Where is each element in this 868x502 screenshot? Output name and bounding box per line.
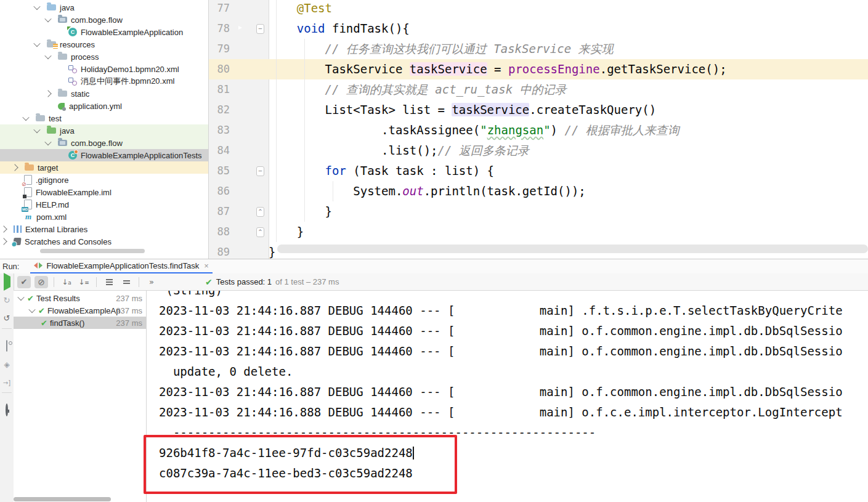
tree-item-label: FlowableExampleApplication — [81, 28, 183, 37]
chevron-down-icon[interactable] — [44, 139, 51, 145]
run-tab[interactable]: FlowableExampleApplicationTests.findTask… — [30, 259, 212, 274]
fold-marker-icon[interactable]: – — [256, 24, 264, 34]
import-test-results-button[interactable]: →] — [3, 376, 10, 387]
chevron-down-icon[interactable] — [22, 114, 29, 121]
test-result-findTask-[interactable]: ✔findTask()237 ms — [14, 317, 146, 329]
editor-line-84[interactable]: 84 .list();// 返回多条记录 — [209, 140, 868, 161]
close-tab-icon[interactable]: × — [204, 261, 209, 270]
tree-item-java[interactable]: java — [0, 124, 208, 137]
chevron-right-icon[interactable] — [0, 238, 7, 245]
tree-item-label: com.boge.flow — [71, 15, 123, 25]
tree-item-label: HolidayDemo1.bpmn20.xml — [81, 65, 179, 74]
editor-line-81[interactable]: 81 // 查询的其实就是 act_ru_task 中的记录 — [209, 79, 868, 100]
chevron-right-icon[interactable] — [0, 225, 7, 232]
tree-item-process[interactable]: process — [0, 51, 208, 63]
line-number: 89 — [209, 242, 230, 259]
tree-item-消息中间事件.bpmn20.xml[interactable]: 消息中间事件.bpmn20.xml — [0, 75, 208, 87]
sort-by-duration-button[interactable]: ↓≡ — [77, 276, 91, 288]
tree-item-static[interactable]: static — [0, 87, 208, 100]
code-editor[interactable]: 77 @Test78– void findTask(){79 // 任务查询这块… — [209, 0, 868, 259]
chevron-down-icon[interactable] — [28, 306, 35, 313]
tree-item-com.boge.flow[interactable]: com.boge.flow — [0, 137, 208, 149]
scratch-icon — [13, 238, 21, 245]
editor-line-80[interactable]: 80 TaskService taskService = processEngi… — [209, 59, 868, 79]
console-line: update, 0 delete. — [159, 362, 868, 382]
tree-item-HELP.md[interactable]: HELP.md — [0, 198, 208, 211]
folder-icon — [36, 115, 45, 121]
editor-line-78[interactable]: 78– void findTask(){ — [209, 18, 868, 39]
line-number: 83 — [209, 120, 230, 140]
task-id-highlight-box — [144, 435, 457, 494]
show-passed-button[interactable]: ✔ — [17, 276, 31, 288]
tree-item-FlowableExampleApplicationTests[interactable]: CFlowableExampleApplicationTests — [0, 149, 208, 161]
collapse-all-button[interactable] — [120, 276, 133, 288]
chevron-right-icon[interactable] — [44, 90, 51, 97]
chevron-down-icon[interactable] — [33, 40, 40, 47]
tree-item-FlowableExample.iml[interactable]: FlowableExample.iml — [0, 186, 208, 198]
folder-blue-icon — [47, 4, 56, 10]
editor-line-79[interactable]: 79 // 任务查询这块我们可以通过 TaskService 来实现 — [209, 39, 868, 59]
show-ignored-button[interactable]: ⊘ — [34, 276, 48, 288]
editor-line-82[interactable]: 82 List<Task> list = taskService.createT… — [209, 100, 868, 120]
run-panel-label: Run: — [2, 262, 19, 271]
tree-item-resources[interactable]: resources — [0, 38, 208, 51]
chevron-right-icon[interactable] — [11, 164, 18, 171]
test-passed-icon: ✔ — [41, 318, 47, 328]
pin-tab-button[interactable] — [6, 405, 8, 416]
tree-item-label: HELP.md — [36, 200, 69, 209]
package-icon — [58, 17, 67, 23]
bpmn-icon — [68, 77, 77, 86]
editor-line-85[interactable]: 85– for (Task task : list) { — [209, 161, 868, 181]
tree-item-label: 消息中间事件.bpmn20.xml — [81, 76, 174, 87]
editor-line-86[interactable]: 86 System.out.println(task.getId()); — [209, 181, 868, 201]
fold-marker-icon[interactable]: ^ — [256, 227, 264, 237]
tree-item-Scratches-and-Consoles[interactable]: Scratches and Consoles — [0, 235, 208, 248]
tree-item-java[interactable]: java — [0, 1, 208, 14]
expand-all-button[interactable] — [102, 276, 116, 288]
editor-line-87[interactable]: 87^ } — [209, 201, 868, 222]
tree-item-target[interactable]: target — [0, 161, 208, 174]
test-tree-hscrollbar[interactable] — [14, 497, 111, 501]
tree-item-External-Libraries[interactable]: External Libraries — [0, 223, 208, 235]
sort-alphabetically-button[interactable]: ↓a — [60, 276, 73, 288]
tree-item-pom.xml[interactable]: mpom.xml — [0, 211, 208, 223]
toolbar-separator — [54, 277, 54, 287]
test-passed-icon: ✔ — [38, 306, 45, 315]
tree-item-.gitignore[interactable]: .gitignore — [0, 174, 208, 186]
tree-item-application.yml[interactable]: application.yml — [0, 100, 208, 112]
tree-item-FlowableExampleApplication[interactable]: CFlowableExampleApplication — [0, 26, 208, 38]
editor-line-77[interactable]: 77 @Test — [209, 0, 868, 18]
chevron-down-icon[interactable] — [17, 294, 24, 301]
toggle-auto-test-button[interactable]: ↺ — [4, 312, 10, 323]
test-result-FlowableExampleAp[interactable]: ✔FlowableExampleAp237 ms — [14, 304, 146, 317]
editor-hscrollbar[interactable] — [277, 245, 868, 253]
tree-item-HolidayDemo1.bpmn20.xml[interactable]: HolidayDemo1.bpmn20.xml — [0, 63, 208, 75]
fold-marker-icon[interactable]: ^ — [256, 207, 264, 217]
tree-item-test[interactable]: test — [0, 112, 208, 124]
coverage-button[interactable]: ◈ — [4, 358, 9, 370]
rerun-button[interactable] — [4, 277, 10, 288]
code-text: } — [269, 201, 868, 222]
editor-line-88[interactable]: 88^ } — [209, 222, 868, 242]
chevron-down-icon[interactable] — [33, 126, 40, 133]
project-tree-hscrollbar[interactable] — [40, 249, 145, 253]
tree-item-label: process — [71, 52, 99, 62]
run-header: Run: FlowableExampleApplicationTests.fin… — [0, 259, 868, 273]
project-tree-panel[interactable]: javacom.boge.flowCFlowableExampleApplica… — [0, 0, 209, 259]
editor-line-83[interactable]: 83 .taskAssignee("zhangsan") // 根据审批人来查询 — [209, 120, 868, 140]
thread-dump-button[interactable] — [6, 341, 7, 352]
fold-marker-icon[interactable]: – — [256, 166, 264, 176]
folder-res-icon — [47, 41, 56, 47]
test-results-tree[interactable]: ✔Test Results237 ms✔FlowableExampleAp237… — [14, 291, 146, 502]
test-duration: 237 ms — [116, 294, 142, 303]
more-actions-button[interactable]: » — [145, 276, 158, 288]
run-tool-window: Run: FlowableExampleApplicationTests.fin… — [0, 259, 868, 502]
pom-icon: m — [24, 213, 33, 221]
test-result-Test-Results[interactable]: ✔Test Results237 ms — [14, 292, 146, 304]
tree-item-com.boge.flow[interactable]: com.boge.flow — [0, 14, 208, 26]
line-number: 88 — [209, 222, 230, 242]
rerun-failed-tests-button[interactable]: ↻ — [4, 294, 10, 306]
chevron-down-icon[interactable] — [44, 52, 51, 59]
chevron-down-icon[interactable] — [33, 3, 40, 10]
chevron-down-icon[interactable] — [44, 15, 51, 22]
